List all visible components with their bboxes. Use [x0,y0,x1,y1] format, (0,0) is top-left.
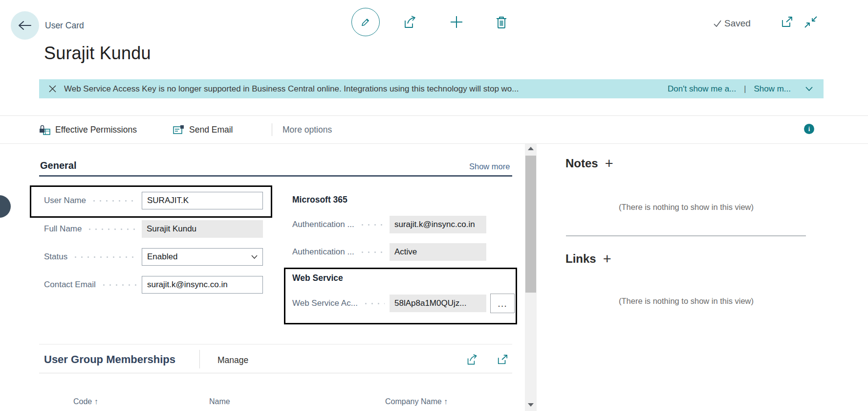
web-service-access-key-label: Web Service Ac... [292,298,358,308]
open-in-new-window-icon [497,354,508,365]
permissions-lock-icon [39,124,51,136]
collapse-view-button[interactable] [803,16,819,28]
links-heading[interactable]: Links [565,252,596,266]
column-header-company-name[interactable]: Company Name ↑ [385,397,448,406]
open-in-new-window-button[interactable] [780,16,794,28]
side-panel-handle[interactable] [0,195,11,218]
more-options-label: More options [282,125,332,135]
dot-leader [87,228,137,230]
dot-leader [359,251,385,253]
general-underline [39,175,512,177]
content-top-divider [0,143,868,144]
add-note-button[interactable]: + [605,157,613,171]
more-options-button[interactable]: More options [282,122,332,137]
banner-separator: | [744,85,746,93]
general-heading[interactable]: General [40,160,76,171]
assist-edit-button[interactable]: ... [490,294,515,313]
manage-button[interactable]: Manage [217,355,248,365]
dot-leader [91,200,137,202]
authentication-status-label: Authentication ... [292,247,354,257]
field-auth-status: Authentication ... Active [292,243,486,261]
field-auth-email: Authentication ... surajit.k@insync.co.i… [292,216,486,233]
add-link-button[interactable]: + [603,252,611,266]
authentication-email-value: surajit.k@insync.co.in [390,216,486,233]
new-button[interactable] [449,15,464,29]
check-icon [714,20,721,27]
email-icon [173,125,185,135]
share-icon [403,15,418,29]
show-more-link[interactable]: Show more [469,162,510,171]
full-name-value: Surajit Kundu [142,220,263,238]
banner-dismiss-link[interactable]: Don't show me a... [668,84,736,94]
field-contact-email: Contact Email [44,276,263,294]
send-email-button[interactable]: Send Email [173,122,233,137]
memberships-heading[interactable]: User Group Memberships [44,353,175,366]
share-icon [466,354,479,365]
saved-label: Saved [724,18,751,29]
delete-button[interactable] [495,15,508,29]
notification-banner: Web Service Access Key is no longer supp… [39,79,824,98]
full-name-label: Full Name [44,224,82,234]
authentication-email-label: Authentication ... [292,220,354,229]
web-service-heading: Web Service [292,273,343,283]
dot-leader [72,256,137,258]
scrollbar-thumb[interactable] [525,156,536,293]
notes-heading[interactable]: Notes [565,157,598,170]
field-status: Status Enabled [44,248,263,266]
dot-leader [359,224,385,226]
info-button[interactable]: i [804,124,814,134]
links-section-header: Links + [565,251,611,266]
page-title: Surajit Kundu [44,43,151,64]
memberships-top-divider [39,344,512,344]
authentication-status-value: Active [390,243,486,261]
memberships-header-divider [39,373,512,373]
user-card-page: User Card Surajit Kundu [0,0,868,411]
status-label: Status [44,252,67,262]
chevron-down-icon [251,255,258,259]
user-name-label: User Name [44,196,86,206]
banner-message: Web Service Access Key is no longer supp… [64,84,660,94]
user-name-input[interactable] [142,192,263,209]
field-full-name: Full Name Surajit Kundu [44,220,263,238]
memberships-open-button[interactable] [496,354,509,365]
contact-email-label: Contact Email [44,280,96,290]
memberships-divider [199,350,200,368]
header-divider [0,115,868,116]
plus-icon [450,15,463,29]
back-arrow-icon [18,20,32,31]
collapse-arrows-icon [803,16,818,28]
web-service-access-key-value: 58lAp8a1M0QUjz... [390,295,486,312]
notes-empty-message: (There is nothing to show in this view) [567,203,805,212]
notes-section-header: Notes + [565,156,613,170]
open-in-new-window-icon [781,16,793,28]
banner-show-more-link[interactable]: Show m... [754,84,791,94]
microsoft365-heading: Microsoft 365 [292,195,347,205]
column-header-name[interactable]: Name [209,397,230,406]
action-bar-divider [272,123,272,136]
dot-leader [363,303,385,304]
share-button[interactable] [403,15,418,29]
banner-chevron-down-icon[interactable] [805,87,813,91]
scrollbar-up-arrow[interactable] [528,147,534,150]
back-button[interactable] [11,11,39,40]
save-status: Saved [714,18,751,29]
memberships-share-button[interactable] [465,353,480,366]
column-header-code[interactable]: Code ↑ [73,397,98,406]
send-email-label: Send Email [189,125,233,135]
banner-close-icon[interactable] [49,85,56,92]
status-dropdown[interactable]: Enabled [142,248,263,266]
page-type-caption: User Card [45,21,84,31]
field-web-service-key: Web Service Ac... 58lAp8a1M0QUjz... [292,295,486,312]
links-empty-message: (There is nothing to show in this view) [567,297,805,306]
factbox-divider [566,235,806,236]
info-icon: i [808,125,810,133]
trash-icon [496,16,507,29]
effective-permissions-button[interactable]: Effective Permissions [39,122,137,137]
pencil-icon [360,16,371,28]
effective-permissions-label: Effective Permissions [55,125,137,135]
dot-leader [101,284,137,286]
status-value: Enabled [147,252,177,262]
edit-button[interactable] [351,8,380,36]
contact-email-input[interactable] [142,276,263,294]
scrollbar-down-arrow[interactable] [528,403,534,407]
